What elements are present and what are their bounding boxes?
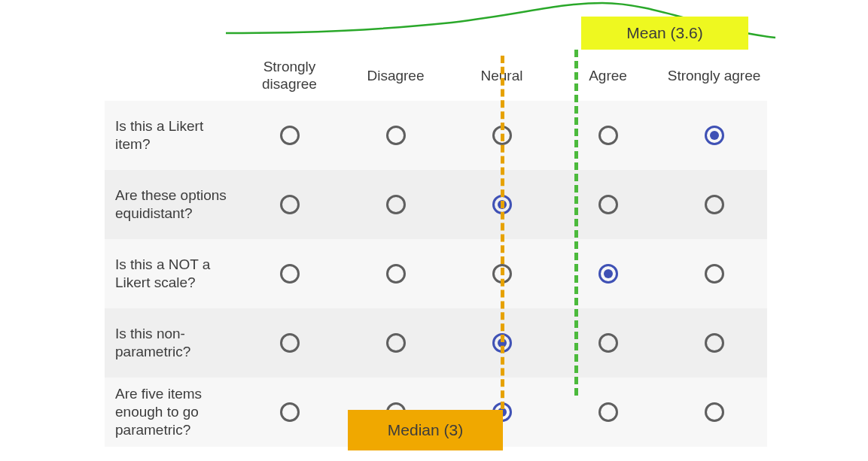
radio-cell — [555, 264, 661, 284]
radio-cell — [555, 126, 661, 145]
col-header-4: Agree — [555, 68, 661, 85]
radio-cell — [343, 126, 449, 145]
radio-option[interactable] — [280, 195, 300, 214]
question-label: Is this non-parametric? — [105, 325, 236, 361]
radio-cell — [661, 195, 767, 214]
question-row: Is this non-parametric? — [105, 308, 767, 378]
radio-option[interactable] — [280, 126, 300, 145]
radio-cell — [236, 402, 343, 422]
radio-cell — [236, 333, 343, 353]
col-header-2: Disagree — [343, 68, 449, 85]
radio-cell — [555, 195, 661, 214]
mean-line — [574, 50, 578, 396]
radio-option[interactable] — [705, 264, 724, 284]
radio-cell — [343, 333, 449, 353]
radio-cell — [555, 402, 661, 422]
col-header-1: Strongly disagree — [236, 59, 343, 93]
radio-option[interactable] — [280, 333, 300, 353]
radio-option[interactable] — [386, 264, 406, 284]
radio-cell — [343, 264, 449, 284]
likert-table: Strongly disagree Disagree Neural Agree … — [105, 51, 767, 447]
radio-cell — [661, 333, 767, 353]
radio-cell — [236, 264, 343, 284]
median-callout: Median (3) — [348, 410, 503, 450]
question-row: Is this a Likert item? — [105, 101, 767, 170]
radio-option[interactable] — [386, 195, 406, 214]
median-label: Median (3) — [388, 421, 463, 439]
radio-option[interactable] — [598, 402, 618, 422]
radio-option[interactable] — [598, 333, 618, 353]
question-label: Is this a Likert item? — [105, 117, 236, 153]
radio-option[interactable] — [598, 126, 618, 145]
question-row: Are these options equidistant? — [105, 170, 767, 239]
radio-option[interactable] — [705, 195, 724, 214]
question-label: Are these options equidistant? — [105, 187, 236, 223]
radio-option[interactable] — [598, 264, 618, 284]
radio-cell — [661, 264, 767, 284]
mean-label: Mean (3.6) — [626, 24, 703, 42]
radio-option[interactable] — [386, 333, 406, 353]
radio-option[interactable] — [386, 126, 406, 145]
mean-callout: Mean (3.6) — [581, 17, 748, 50]
col-header-5: Strongly agree — [661, 68, 767, 85]
radio-option[interactable] — [705, 402, 724, 422]
radio-option[interactable] — [280, 264, 300, 284]
radio-cell — [661, 126, 767, 145]
radio-cell — [661, 402, 767, 422]
header-row: Strongly disagree Disagree Neural Agree … — [105, 51, 767, 101]
radio-option[interactable] — [280, 402, 300, 422]
radio-cell — [236, 195, 343, 214]
radio-cell — [236, 126, 343, 145]
radio-option[interactable] — [705, 333, 724, 353]
radio-option[interactable] — [598, 195, 618, 214]
radio-option[interactable] — [705, 126, 724, 145]
median-line — [501, 56, 504, 409]
question-label: Is this a NOT a Likert scale? — [105, 256, 236, 292]
question-label: Are five items enough to go parametric? — [105, 385, 236, 438]
stage: Mean (3.6) Median (3) Strongly disagree … — [0, 0, 868, 461]
radio-cell — [343, 195, 449, 214]
radio-cell — [555, 333, 661, 353]
question-row: Is this a NOT a Likert scale? — [105, 239, 767, 308]
